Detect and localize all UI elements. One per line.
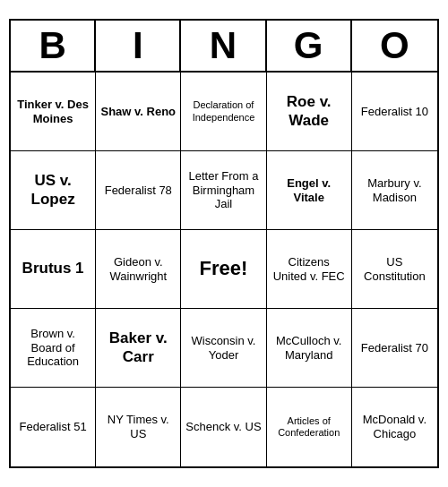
bingo-cell: Federalist 70: [352, 309, 437, 388]
cell-text: Federalist 10: [361, 105, 428, 119]
bingo-cell: Brown v. Board of Education: [11, 309, 96, 388]
bingo-cell: Wisconsin v. Yoder: [181, 309, 266, 388]
bingo-cell: Roe v. Wade: [267, 73, 352, 151]
bingo-cell: McCulloch v. Maryland: [267, 309, 352, 388]
bingo-cell: Letter From a Birmingham Jail: [181, 151, 266, 230]
bingo-cell: Federalist 10: [352, 73, 437, 151]
cell-text: Declaration of Independence: [185, 99, 262, 123]
cell-text: Schenck v. US: [185, 420, 261, 434]
cell-text: Letter From a Birmingham Jail: [185, 169, 262, 211]
cell-text: US Constitution: [356, 255, 434, 283]
cell-text: Baker v. Carr: [99, 329, 177, 366]
bingo-cell: Tinker v. Des Moines: [11, 73, 96, 151]
cell-text: Free!: [200, 257, 248, 280]
bingo-cell: US Constitution: [352, 230, 437, 309]
cell-text: Roe v. Wade: [271, 93, 348, 130]
bingo-cell: Gideon v. Wainwright: [96, 230, 181, 309]
bingo-cell: Declaration of Independence: [181, 73, 266, 151]
cell-text: Gideon v. Wainwright: [99, 255, 177, 283]
bingo-grid: Tinker v. Des MoinesShaw v. RenoDeclarat…: [11, 73, 437, 466]
cell-text: Tinker v. Des Moines: [14, 98, 91, 125]
bingo-cell: Engel v. Vitale: [267, 151, 352, 230]
bingo-cell: Marbury v. Madison: [352, 151, 437, 230]
header-letter: O: [352, 21, 437, 71]
bingo-cell: Baker v. Carr: [96, 309, 181, 388]
header-letter: G: [267, 21, 352, 71]
cell-text: Federalist 70: [361, 341, 428, 355]
bingo-card: BINGO Tinker v. Des MoinesShaw v. RenoDe…: [9, 19, 439, 468]
bingo-cell: Articles of Confederation: [267, 388, 352, 466]
cell-text: McCulloch v. Maryland: [271, 334, 348, 362]
bingo-header: BINGO: [11, 21, 437, 73]
header-letter: N: [181, 21, 266, 71]
bingo-cell: Citizens United v. FEC: [267, 230, 352, 309]
header-letter: B: [11, 21, 96, 71]
bingo-cell: US v. Lopez: [11, 151, 96, 230]
bingo-cell: Shaw v. Reno: [96, 73, 181, 151]
bingo-cell: NY Times v. US: [96, 388, 181, 466]
cell-text: Articles of Confederation: [271, 415, 348, 439]
cell-text: Brutus 1: [22, 260, 84, 278]
cell-text: Wisconsin v. Yoder: [185, 334, 262, 362]
bingo-cell: Schenck v. US: [181, 388, 266, 466]
header-letter: I: [96, 21, 181, 71]
bingo-cell: Federalist 78: [96, 151, 181, 230]
cell-text: Federalist 51: [20, 420, 87, 434]
cell-text: Brown v. Board of Education: [14, 327, 91, 369]
cell-text: McDonald v. Chicago: [356, 413, 434, 440]
cell-text: Marbury v. Madison: [356, 176, 434, 204]
cell-text: Federalist 78: [105, 184, 172, 198]
cell-text: Shaw v. Reno: [101, 105, 177, 119]
bingo-cell: Brutus 1: [11, 230, 96, 309]
bingo-cell: McDonald v. Chicago: [352, 388, 437, 466]
cell-text: US v. Lopez: [14, 172, 91, 209]
bingo-cell: Free!: [181, 230, 266, 309]
cell-text: Engel v. Vitale: [271, 176, 348, 204]
bingo-cell: Federalist 51: [11, 388, 96, 466]
cell-text: Citizens United v. FEC: [271, 255, 348, 283]
cell-text: NY Times v. US: [99, 413, 177, 440]
